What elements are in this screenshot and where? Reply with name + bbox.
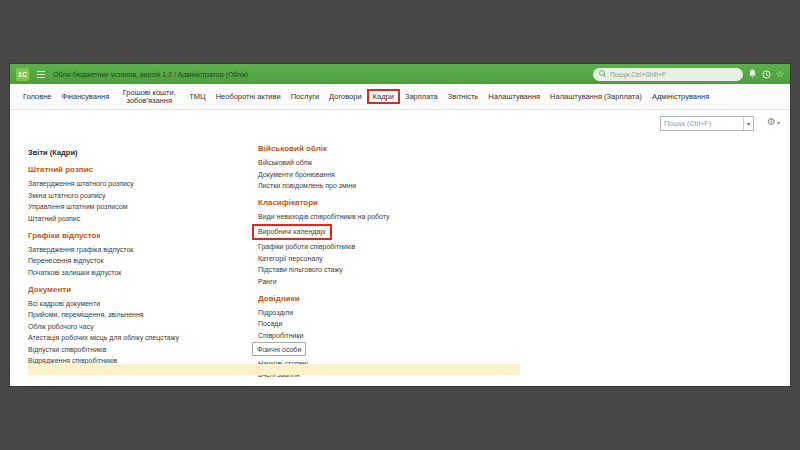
panel-search-combo[interactable]: ▾ xyxy=(660,116,754,131)
middle-column: Військовий облік Військовий облік Докуме… xyxy=(258,136,520,382)
panel-search-input[interactable] xyxy=(661,120,743,127)
section-title-vacation-schedules: Графіки відпусток xyxy=(28,231,250,240)
main-menu-icon[interactable] xyxy=(37,74,45,75)
menu-tab-kadry[interactable]: Кадри xyxy=(367,89,400,104)
section-link[interactable]: Ранги xyxy=(258,277,277,286)
reports-kadry-link[interactable]: Звіти (Кадри) xyxy=(28,148,250,157)
section-link[interactable]: Затвердження графіка відпусток xyxy=(28,245,133,254)
global-search-placeholder: Пошук Ctrl+Shift+F xyxy=(610,71,666,78)
section-link[interactable]: Документи бронювання xyxy=(258,170,335,179)
chevron-down-icon: ▾ xyxy=(777,119,780,126)
titlebar: 1С Облік бюджетних установ, версія 1.2 /… xyxy=(10,64,790,84)
app-window: 1С Облік бюджетних установ, версія 1.2 /… xyxy=(10,64,790,386)
chevron-down-icon[interactable]: ▾ xyxy=(743,117,753,130)
section-link[interactable]: Перенесення відпусток xyxy=(28,256,103,265)
link-vyrobnychi-kalendari[interactable]: Виробничі календарі xyxy=(252,224,332,240)
section-link[interactable]: Військовий облік xyxy=(258,158,312,167)
menu-tab-hroshovi-koshty[interactable]: Грошові кошти, зобов'язання xyxy=(114,87,184,107)
gear-icon: ⚙ xyxy=(767,117,776,127)
section-title-documents: Документи xyxy=(28,285,250,294)
section-link[interactable]: Листки повідомлень про зміни xyxy=(258,181,356,190)
section-link[interactable]: Зміна штатного розпису xyxy=(28,191,106,200)
menu-tab-posluhy[interactable]: Послуги xyxy=(286,90,324,103)
section-link[interactable]: Співробітники xyxy=(258,331,303,340)
global-search-input[interactable]: Пошук Ctrl+Shift+F xyxy=(593,68,743,81)
notifications-bell-icon[interactable] xyxy=(748,69,757,79)
menu-tab-tmts[interactable]: ТМЦ xyxy=(184,90,210,103)
section-link[interactable]: Прийоми, переміщення, звільнення xyxy=(28,310,144,319)
highlight-strip xyxy=(28,364,520,375)
section-title-military: Військовий облік xyxy=(258,144,520,153)
search-icon xyxy=(599,70,606,78)
section-link[interactable]: Управління штатним розписом xyxy=(28,202,128,211)
section-link[interactable]: Відпустки співробітників xyxy=(28,345,106,354)
section-title-directories: Довідники xyxy=(258,294,520,303)
menu-tab-zarplata[interactable]: Зарплата xyxy=(400,90,443,103)
section-link[interactable]: Категорії персоналу xyxy=(258,254,323,263)
menu-tab-administruvannia[interactable]: Адміністрування xyxy=(647,90,714,103)
menu-tab-finansuvannia[interactable]: Фінансування xyxy=(57,90,115,103)
menu-tab-dohovory[interactable]: Договори xyxy=(324,90,367,103)
section-link[interactable]: Графіки роботи співробітників xyxy=(258,242,355,251)
section-title-classifiers: Класифікатори xyxy=(258,198,520,207)
settings-button[interactable]: ⚙ ▾ xyxy=(767,117,780,127)
section-link[interactable]: Початкові залишки відпусток xyxy=(28,268,121,277)
menu-bar: Головне Фінансування Грошові кошти, зобо… xyxy=(10,84,790,110)
menu-tab-neoborotni-aktyvy[interactable]: Необоротні активи xyxy=(211,90,286,103)
section-documents: Документи Всі кадрові документи Прийоми,… xyxy=(28,285,250,366)
favorites-star-icon[interactable]: ☆ xyxy=(776,70,784,79)
section-title-staffing: Штатний розпис xyxy=(28,165,250,174)
menu-tab-holovne[interactable]: Головне xyxy=(18,90,57,103)
section-link[interactable]: Види невиходів співробітників на роботу xyxy=(258,212,390,221)
section-military: Військовий облік Військовий облік Докуме… xyxy=(258,144,520,190)
content-area: ▾ ⚙ ▾ Звіти (Кадри) Штатний розпис Затве… xyxy=(10,110,790,386)
window-title: Облік бюджетних установ, версія 1.2 / Ад… xyxy=(53,71,248,78)
section-link[interactable]: Всі кадрові документи xyxy=(28,299,100,308)
menu-tab-nalashtuvannia[interactable]: Налаштування xyxy=(483,90,545,103)
section-link[interactable]: Штатний розпис xyxy=(28,214,80,223)
section-link[interactable]: Затвердження штатного розпису xyxy=(28,179,134,188)
left-column: Звіти (Кадри) Штатний розпис Затвердженн… xyxy=(28,148,250,368)
section-link[interactable]: Підрозділи xyxy=(258,308,293,317)
section-classifiers: Класифікатори Види невиходів співробітни… xyxy=(258,198,520,286)
menu-tab-zvitnist[interactable]: Звітність xyxy=(443,90,484,103)
section-link[interactable]: Підстави пільгового стажу xyxy=(258,265,343,274)
section-staffing: Штатний розпис Затвердження штатного роз… xyxy=(28,165,250,223)
section-link[interactable]: Атестація робочих місць для обліку спецс… xyxy=(28,333,179,342)
link-fizychni-osoby[interactable]: Фізичні особи xyxy=(252,342,306,356)
section-vacation-schedules: Графіки відпусток Затвердження графіка в… xyxy=(28,231,250,277)
history-clock-icon[interactable] xyxy=(762,70,771,79)
section-link[interactable]: Облік робочого часу xyxy=(28,322,94,331)
1c-logo-icon: 1С xyxy=(16,68,29,81)
section-link[interactable]: Посади xyxy=(258,319,282,328)
menu-tab-nalashtuvannia-zarplata[interactable]: Налаштування (Зарплата) xyxy=(545,90,647,103)
